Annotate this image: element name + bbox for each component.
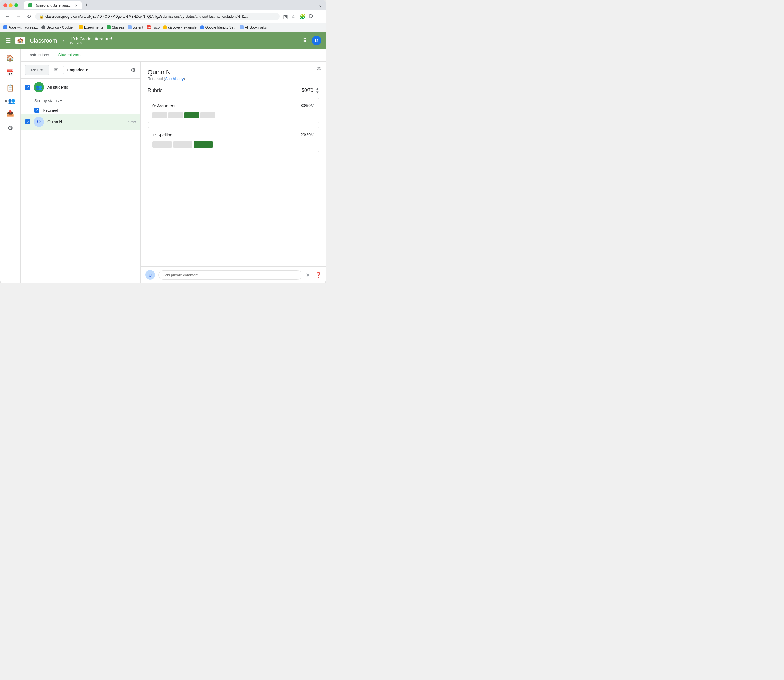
sidebar-item-home[interactable]: 🏠: [3, 52, 17, 65]
bookmark-rpi-icon: RPI: [147, 25, 151, 30]
extensions-button[interactable]: 🧩: [298, 12, 307, 21]
rubric-argument-bars: [153, 112, 314, 118]
return-button[interactable]: Return: [25, 65, 49, 75]
detail-content: Quinn N Returned (See history) Rubric 50…: [141, 62, 326, 266]
user-avatar[interactable]: D: [312, 36, 321, 46]
rubric-spelling-bar-2[interactable]: [194, 141, 213, 148]
bookmark-experiments-icon: [79, 25, 83, 30]
settings-button[interactable]: ⚙: [131, 67, 136, 74]
sidebar-item-settings[interactable]: ⚙: [3, 121, 17, 135]
rubric-spelling-bar-1[interactable]: [173, 141, 192, 148]
toolbar: Return ✉ Ungraded ▾ ⚙: [20, 62, 140, 79]
bookmark-apps-icon: [3, 25, 8, 30]
hamburger-menu-button[interactable]: ☰: [5, 36, 12, 45]
forward-button[interactable]: →: [14, 12, 23, 20]
close-detail-button[interactable]: ✕: [316, 65, 321, 72]
tab-favicon: [28, 3, 32, 8]
rubric-criterion-spelling-name: 1: Spelling: [153, 132, 172, 137]
content-area: Instructions Student work Return ✉ Ungra…: [20, 49, 326, 283]
active-tab[interactable]: Romeo and Juliet analysis. ×: [24, 2, 82, 9]
comment-avatar: U: [145, 270, 155, 280]
bookmark-experiments-label: Experiments: [84, 25, 103, 30]
students-list: ✓ 👥 All students Sort by status ▾: [20, 79, 140, 283]
back-button[interactable]: ←: [3, 12, 12, 20]
rubric-criterion-spelling-score: 20/20: [301, 132, 310, 137]
see-history-link[interactable]: See history: [165, 77, 184, 81]
title-bar: Romeo and Juliet analysis. × + ⌄: [0, 0, 326, 10]
traffic-lights: [3, 3, 18, 7]
bookmark-settings[interactable]: Settings - Cookie...: [41, 25, 76, 30]
apps-grid-button[interactable]: ⠿: [302, 36, 308, 45]
tab-close-button[interactable]: ×: [75, 3, 77, 8]
bookmark-current-label: current: [133, 25, 143, 30]
bookmark-all[interactable]: All Bookmarks: [239, 25, 267, 30]
send-comment-button[interactable]: ➤: [305, 271, 310, 278]
email-button[interactable]: ✉: [53, 66, 60, 75]
reload-button[interactable]: ↻: [25, 12, 33, 21]
returned-text: Returned (: [148, 77, 165, 81]
sidebar-item-grades[interactable]: 📥: [3, 106, 17, 120]
main-layout: 🏠 📅 📋 ▶ 👥 📥 ⚙ Instructions Student work: [0, 49, 326, 283]
bookmark-current[interactable]: current: [128, 25, 143, 30]
cast-button[interactable]: ⬔: [282, 12, 289, 21]
rubric-expand-button[interactable]: ▲▼: [315, 87, 319, 94]
all-students-row[interactable]: ✓ 👥 All students: [20, 79, 140, 96]
address-bar[interactable]: 🔒 classroom.google.com/u/0/c/NjEyMDI4ODI…: [35, 13, 280, 20]
rubric-score-container: 50/70 ▲▼: [302, 87, 319, 94]
tab-student-work[interactable]: Student work: [57, 49, 83, 61]
bookmark-classes-label: Classes: [112, 25, 124, 30]
bookmark-rpi[interactable]: RPI: [147, 25, 151, 30]
content-body: Return ✉ Ungraded ▾ ⚙: [20, 62, 326, 283]
rubric-bar-0[interactable]: [153, 112, 167, 118]
rubric-bar-3[interactable]: [200, 112, 215, 118]
bookmark-gcp[interactable]: gcp: [154, 25, 159, 30]
comment-input[interactable]: [158, 270, 302, 280]
checkbox-check-icon: ✓: [26, 85, 30, 90]
sort-by-status-dropdown[interactable]: Sort by status ▾: [34, 98, 62, 103]
student-row[interactable]: ✓ Q Quinn N Draft: [20, 114, 140, 130]
rubric-spelling-bars: [153, 141, 314, 148]
returned-group-checkbox[interactable]: ✓: [34, 107, 39, 113]
bookmark-discovery[interactable]: discovery example: [163, 25, 197, 30]
rubric-criterion-spelling-score-container: 20/20 ∨: [301, 132, 314, 138]
bookmark-identity-icon: [200, 25, 204, 30]
bookmark-gcp-label: gcp: [154, 25, 159, 30]
new-tab-button[interactable]: +: [82, 1, 91, 9]
minimize-window-button[interactable]: [9, 3, 13, 7]
close-window-button[interactable]: [3, 3, 7, 7]
bookmark-identity[interactable]: Google Identity Se...: [200, 25, 236, 30]
bookmark-experiments[interactable]: Experiments: [79, 25, 103, 30]
comment-help-button[interactable]: ❓: [315, 272, 321, 278]
all-students-avatar: 👥: [34, 82, 44, 92]
student-checkbox[interactable]: ✓: [25, 119, 30, 124]
rubric-bar-1[interactable]: [168, 112, 183, 118]
bookmark-current-icon: [128, 25, 132, 30]
sidebar-item-classwork[interactable]: 📋: [3, 81, 17, 95]
tab-menu-button[interactable]: ⌄: [318, 2, 323, 8]
tab-instructions[interactable]: Instructions: [27, 49, 50, 61]
bookmark-button[interactable]: ☆: [290, 12, 297, 21]
rubric-argument-expand-icon[interactable]: ∨: [310, 102, 314, 109]
rubric-spelling-bar-0[interactable]: [153, 141, 172, 148]
rubric-card-argument: 0: Argument 30/50 ∨: [148, 98, 319, 123]
grade-filter-dropdown[interactable]: Ungraded ▾: [63, 66, 91, 74]
tab-bar: Romeo and Juliet analysis. × +: [24, 1, 316, 9]
class-name: 10th Grade Literature!: [70, 36, 112, 41]
rubric-spelling-expand-icon[interactable]: ∨: [310, 132, 314, 138]
app-content: ☰ 🏫 Classroom › 10th Grade Literature! P…: [0, 32, 326, 283]
all-students-checkbox[interactable]: ✓: [25, 85, 30, 90]
rubric-bar-2[interactable]: [184, 112, 199, 118]
sidebar-expand-button[interactable]: ▶ 👥: [3, 96, 17, 105]
classroom-logo-icon: 🏫: [17, 38, 24, 44]
bookmark-apps[interactable]: Apps with access...: [3, 25, 38, 30]
tab-title: Romeo and Juliet analysis.: [35, 3, 72, 8]
checkbox-check-icon: ✓: [26, 120, 30, 124]
sidebar-item-calendar[interactable]: 📅: [3, 66, 17, 80]
student-status: Draft: [128, 120, 136, 124]
bookmark-classes[interactable]: Classes: [107, 25, 124, 30]
bookmark-classes-icon: [107, 25, 111, 30]
grade-filter-chevron: ▾: [86, 68, 88, 72]
profile-button[interactable]: D: [308, 12, 314, 20]
more-button[interactable]: ⋮: [315, 12, 323, 21]
maximize-window-button[interactable]: [14, 3, 18, 7]
